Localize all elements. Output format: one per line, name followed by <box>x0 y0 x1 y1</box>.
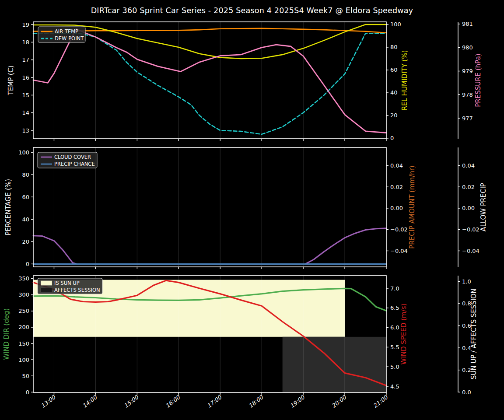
x-tick-label: 19:00 <box>289 393 306 409</box>
svg-text:80: 80 <box>390 44 398 50</box>
svg-text:−0.02: −0.02 <box>390 226 408 233</box>
svg-text:20: 20 <box>22 238 29 245</box>
series-dew-point <box>33 33 386 134</box>
svg-text:300: 300 <box>18 291 29 298</box>
svg-text:1.0: 1.0 <box>462 278 471 285</box>
legend-label: DEW POINT <box>55 35 84 42</box>
svg-text:14: 14 <box>22 109 29 116</box>
axis-label-right1: PRECIP AMOUNT (mm/hr) <box>408 165 416 248</box>
axis-label-right2: PRESSURE (hPa) <box>474 53 482 107</box>
svg-text:0.00: 0.00 <box>462 205 475 211</box>
x-tick-label: 14:00 <box>81 393 98 409</box>
axis-label-right1: REL HUMIDITY (%) <box>401 50 409 111</box>
panel-wind-sun: 0501001502002503003504.55.05.56.06.57.00… <box>3 275 478 409</box>
legend-label: PRECIP CHANCE <box>54 161 95 167</box>
legend-wind-sun: IS SUN UPAFFECTS SESSION <box>38 278 102 294</box>
legend-cloud-precip: CLOUD COVERPRECIP CHANCE <box>38 152 97 168</box>
svg-text:977: 977 <box>462 115 473 122</box>
svg-text:0: 0 <box>26 261 29 267</box>
panel-cloud-precip: 0204060801000.040.020.00−0.02−0.040.040.… <box>4 147 487 269</box>
legend-swatch-affects-session <box>41 288 52 293</box>
series-cloud-cover <box>33 228 386 264</box>
svg-text:50: 50 <box>22 373 29 379</box>
svg-text:20: 20 <box>390 112 398 119</box>
legend-temperature-humidity-pressure: AIR TEMPDEW POINT <box>38 27 85 42</box>
panel-temperature-humidity-pressure: 1314151617181902040608010097797897998098… <box>7 21 482 141</box>
svg-text:0.04: 0.04 <box>462 162 475 169</box>
svg-text:0: 0 <box>26 389 29 396</box>
svg-text:5.0: 5.0 <box>390 364 399 370</box>
svg-text:0.00: 0.00 <box>390 205 403 211</box>
legend-label: IS SUN UP <box>54 280 80 286</box>
svg-text:18: 18 <box>22 39 29 46</box>
axes-spine <box>33 22 386 139</box>
svg-text:15: 15 <box>22 92 29 98</box>
svg-text:979: 979 <box>462 68 473 74</box>
svg-text:−0.04: −0.04 <box>390 248 408 254</box>
weather-forecast-figure: DIRTcar 360 Sprint Car Series - 2025 Sea… <box>0 0 504 420</box>
axis-label-left: TEMP (C) <box>7 66 15 96</box>
axis-label-right2: SUN UP / AFFECTS SESSION <box>470 289 478 380</box>
svg-text:980: 980 <box>462 44 473 51</box>
svg-text:100: 100 <box>18 149 29 156</box>
svg-text:4.5: 4.5 <box>390 383 399 390</box>
svg-text:100: 100 <box>390 21 401 28</box>
svg-text:6.5: 6.5 <box>390 304 399 311</box>
svg-text:0.04: 0.04 <box>390 162 403 169</box>
x-tick-label: 15:00 <box>122 393 140 409</box>
legend-swatch-is-sun-up <box>41 281 52 286</box>
series-air-temp <box>33 28 386 33</box>
svg-text:17: 17 <box>22 56 29 63</box>
x-tick-label: 16:00 <box>164 393 182 409</box>
svg-text:40: 40 <box>390 89 398 96</box>
svg-text:16: 16 <box>22 74 29 81</box>
x-tick-label: 18:00 <box>247 393 265 409</box>
svg-text:60: 60 <box>22 194 29 200</box>
legend-label: CLOUD COVER <box>54 154 91 160</box>
x-tick-label: 17:00 <box>206 393 223 409</box>
svg-text:80: 80 <box>22 172 29 178</box>
svg-text:0: 0 <box>390 135 394 141</box>
svg-text:100: 100 <box>18 357 29 363</box>
svg-text:−0.02: −0.02 <box>462 226 480 233</box>
legend-label: AIR TEMP <box>55 28 78 35</box>
svg-text:0.02: 0.02 <box>462 184 475 190</box>
figure-title: DIRTcar 360 Sprint Car Series - 2025 Sea… <box>0 6 504 15</box>
svg-text:978: 978 <box>462 91 473 98</box>
weather-charts-svg: 1314151617181902040608010097797897998098… <box>0 0 504 420</box>
svg-text:0.0: 0.0 <box>462 389 471 396</box>
svg-text:6.0: 6.0 <box>390 324 399 331</box>
x-tick-label: 21:00 <box>372 393 389 409</box>
svg-text:5.5: 5.5 <box>390 344 399 350</box>
svg-text:981: 981 <box>462 21 473 27</box>
svg-text:60: 60 <box>390 66 398 73</box>
svg-text:7.0: 7.0 <box>390 285 399 292</box>
svg-text:350: 350 <box>18 275 29 282</box>
axis-label-left: WIND DIR (deg) <box>3 308 10 360</box>
svg-text:200: 200 <box>18 324 29 330</box>
svg-text:40: 40 <box>22 216 29 223</box>
legend-label: AFFECTS SESSION <box>54 287 100 293</box>
axis-label-right1: WIND SPEED (m/s) <box>400 304 408 365</box>
svg-text:250: 250 <box>18 308 29 314</box>
x-tick-label: 13:00 <box>40 393 57 409</box>
band-affects-session <box>283 337 386 392</box>
svg-text:13: 13 <box>22 127 29 134</box>
x-tick-label: 20:00 <box>330 393 348 409</box>
axis-label-left: PERCENTAGE (%) <box>4 179 12 235</box>
series-pressure <box>33 29 386 133</box>
svg-text:19: 19 <box>22 21 29 28</box>
axis-label-right2: ALLOW PRECIP <box>480 183 487 231</box>
svg-text:150: 150 <box>18 340 29 347</box>
svg-text:0.02: 0.02 <box>390 184 403 190</box>
svg-text:−0.04: −0.04 <box>462 248 480 254</box>
